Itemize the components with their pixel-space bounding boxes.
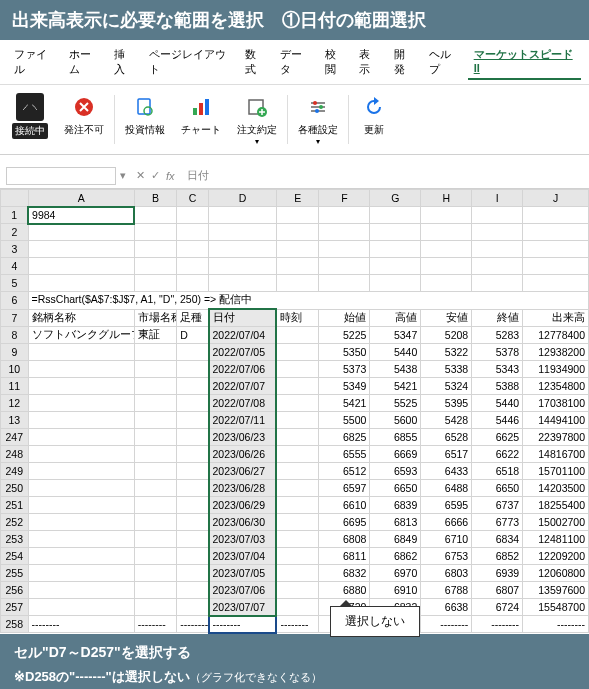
cell-E250[interactable] — [276, 480, 318, 497]
cell-I251[interactable]: 6737 — [472, 497, 523, 514]
cell-C12[interactable] — [177, 395, 209, 412]
cell-E252[interactable] — [276, 514, 318, 531]
col-header-G[interactable]: G — [370, 190, 421, 207]
cell-H253[interactable]: 6710 — [421, 531, 472, 548]
cell-B258[interactable]: -------- — [134, 616, 176, 633]
cell-E7[interactable]: 時刻 — [276, 309, 318, 327]
cell-A13[interactable] — [28, 412, 134, 429]
cell-G12[interactable]: 5525 — [370, 395, 421, 412]
row-header[interactable]: 8 — [1, 327, 29, 344]
cell-F2[interactable] — [319, 224, 370, 241]
cell-D10[interactable]: 2022/07/06 — [209, 361, 277, 378]
col-header-I[interactable]: I — [472, 190, 523, 207]
cell-D254[interactable]: 2023/07/04 — [209, 548, 277, 565]
cell-J258[interactable]: -------- — [523, 616, 589, 633]
cell-A4[interactable] — [28, 258, 134, 275]
cell-D1[interactable] — [209, 207, 277, 224]
cell-G7[interactable]: 高値 — [370, 309, 421, 327]
cell-G253[interactable]: 6849 — [370, 531, 421, 548]
cell-I3[interactable] — [472, 241, 523, 258]
row-header[interactable]: 4 — [1, 258, 29, 275]
cell-C2[interactable] — [177, 224, 209, 241]
cell-G252[interactable]: 6813 — [370, 514, 421, 531]
cell-A253[interactable] — [28, 531, 134, 548]
cell-I253[interactable]: 6834 — [472, 531, 523, 548]
cell-E2[interactable] — [276, 224, 318, 241]
cell-J257[interactable]: 15548700 — [523, 599, 589, 616]
cell-I5[interactable] — [472, 275, 523, 292]
cell-E247[interactable] — [276, 429, 318, 446]
cell-B256[interactable] — [134, 582, 176, 599]
cell-A11[interactable] — [28, 378, 134, 395]
cell-B247[interactable] — [134, 429, 176, 446]
cell-F253[interactable]: 6808 — [319, 531, 370, 548]
cell-A254[interactable] — [28, 548, 134, 565]
cell-E3[interactable] — [276, 241, 318, 258]
cell-J247[interactable]: 22397800 — [523, 429, 589, 446]
cell-H247[interactable]: 6528 — [421, 429, 472, 446]
cell-H4[interactable] — [421, 258, 472, 275]
cell-E258[interactable]: -------- — [276, 616, 318, 633]
cell-B3[interactable] — [134, 241, 176, 258]
cell-E257[interactable] — [276, 599, 318, 616]
col-header-J[interactable]: J — [523, 190, 589, 207]
cell-E8[interactable] — [276, 327, 318, 344]
cell-F249[interactable]: 6512 — [319, 463, 370, 480]
cell-B248[interactable] — [134, 446, 176, 463]
row-header[interactable]: 257 — [1, 599, 29, 616]
cell-C8[interactable]: D — [177, 327, 209, 344]
cell-A249[interactable] — [28, 463, 134, 480]
cell-F3[interactable] — [319, 241, 370, 258]
cell-I13[interactable]: 5446 — [472, 412, 523, 429]
cell-C254[interactable] — [177, 548, 209, 565]
cell-J1[interactable] — [523, 207, 589, 224]
cell-E251[interactable] — [276, 497, 318, 514]
cell-A252[interactable] — [28, 514, 134, 531]
cell-A250[interactable] — [28, 480, 134, 497]
col-header-H[interactable]: H — [421, 190, 472, 207]
accept-formula-icon[interactable]: ✓ — [151, 169, 160, 182]
cell-D12[interactable]: 2022/07/08 — [209, 395, 277, 412]
cell-J12[interactable]: 17038100 — [523, 395, 589, 412]
cell-A248[interactable] — [28, 446, 134, 463]
cell-G250[interactable]: 6650 — [370, 480, 421, 497]
cell-C250[interactable] — [177, 480, 209, 497]
cell-D11[interactable]: 2022/07/07 — [209, 378, 277, 395]
cell-G9[interactable]: 5440 — [370, 344, 421, 361]
cell-I255[interactable]: 6939 — [472, 565, 523, 582]
cell-A6[interactable]: =RssChart($A$7:$J$7, A1, "D", 250) => 配信… — [28, 292, 588, 310]
row-header[interactable]: 3 — [1, 241, 29, 258]
cell-H248[interactable]: 6517 — [421, 446, 472, 463]
cell-I250[interactable]: 6650 — [472, 480, 523, 497]
cell-I8[interactable]: 5283 — [472, 327, 523, 344]
cell-G248[interactable]: 6669 — [370, 446, 421, 463]
col-header-E[interactable]: E — [276, 190, 318, 207]
cell-C9[interactable] — [177, 344, 209, 361]
cell-J253[interactable]: 12481100 — [523, 531, 589, 548]
cell-C255[interactable] — [177, 565, 209, 582]
cell-A257[interactable] — [28, 599, 134, 616]
cell-D249[interactable]: 2023/06/27 — [209, 463, 277, 480]
ribbon-refresh[interactable]: 更新 — [351, 91, 397, 148]
row-header[interactable]: 9 — [1, 344, 29, 361]
cell-F252[interactable]: 6695 — [319, 514, 370, 531]
cell-C11[interactable] — [177, 378, 209, 395]
cell-B250[interactable] — [134, 480, 176, 497]
cell-B249[interactable] — [134, 463, 176, 480]
menu-1[interactable]: ホーム — [63, 44, 106, 80]
cell-E254[interactable] — [276, 548, 318, 565]
cell-I257[interactable]: 6724 — [472, 599, 523, 616]
cell-A5[interactable] — [28, 275, 134, 292]
cell-D8[interactable]: 2022/07/04 — [209, 327, 277, 344]
cell-F4[interactable] — [319, 258, 370, 275]
cell-A10[interactable] — [28, 361, 134, 378]
menu-10[interactable]: マーケットスピード II — [468, 44, 581, 80]
cell-J256[interactable]: 13597600 — [523, 582, 589, 599]
cell-G249[interactable]: 6593 — [370, 463, 421, 480]
cell-B1[interactable] — [134, 207, 176, 224]
cell-F251[interactable]: 6610 — [319, 497, 370, 514]
cell-D9[interactable]: 2022/07/05 — [209, 344, 277, 361]
cell-I2[interactable] — [472, 224, 523, 241]
cell-D248[interactable]: 2023/06/26 — [209, 446, 277, 463]
col-header-D[interactable]: D — [209, 190, 277, 207]
